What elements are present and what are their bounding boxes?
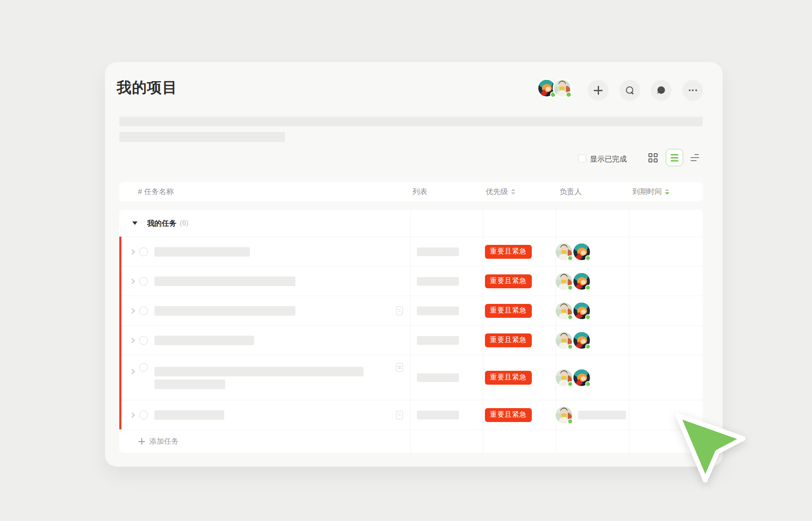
assignee-avatars[interactable] — [555, 369, 591, 387]
online-status-dot — [567, 255, 573, 261]
priority-badge[interactable]: 重要且紧急 — [485, 408, 532, 422]
column-header-task-name[interactable]: # 任务名称 — [138, 182, 174, 201]
list-cell-skeleton — [417, 411, 459, 419]
list-cell-skeleton — [417, 247, 459, 256]
sort-icon[interactable] — [511, 189, 515, 195]
group-label: 我的任务 — [147, 218, 177, 228]
member-avatars[interactable] — [537, 79, 572, 98]
sort-icon-active-desc[interactable] — [665, 189, 669, 195]
group-color-strip — [119, 237, 121, 429]
priority-badge[interactable]: 重要且紧急 — [485, 245, 532, 259]
add-button[interactable] — [588, 80, 609, 101]
column-header-assignee[interactable]: 负责人 — [560, 182, 582, 201]
task-row[interactable]: 重要且紧急 — [119, 266, 703, 296]
user-avatar-baby[interactable] — [555, 243, 573, 261]
user-avatar-baby[interactable] — [555, 302, 573, 320]
add-task-row[interactable]: 添加任务 — [119, 429, 703, 453]
assignee-avatars[interactable] — [555, 272, 591, 290]
user-avatar-anime[interactable] — [573, 272, 591, 290]
online-status-dot — [585, 285, 591, 290]
user-avatar-baby[interactable] — [555, 406, 573, 424]
task-group-header[interactable]: 我的任务 (6) — [119, 210, 703, 237]
note-icon — [396, 363, 403, 372]
task-row[interactable]: 重要且紧急 — [119, 355, 703, 400]
priority-badge[interactable]: 重要且紧急 — [485, 371, 532, 385]
column-header-priority[interactable]: 优先级 — [486, 182, 515, 201]
task-title-skeleton — [154, 379, 225, 389]
board-view-button[interactable] — [644, 149, 661, 166]
complete-task-circle[interactable] — [139, 363, 148, 372]
user-avatar-baby[interactable] — [555, 369, 573, 387]
custom-view-icon — [691, 154, 699, 162]
description-skeleton-bar — [119, 132, 285, 142]
user-avatar-baby[interactable] — [555, 272, 573, 290]
custom-view-button[interactable] — [686, 149, 704, 166]
column-header-due-date[interactable]: 到期时间 — [632, 182, 669, 201]
assignee-avatars[interactable] — [555, 302, 591, 320]
expand-chevron-icon[interactable] — [129, 337, 135, 343]
list-cell-skeleton — [417, 277, 459, 286]
list-view-icon — [671, 154, 678, 162]
chat-button[interactable] — [651, 80, 671, 101]
online-status-dot — [567, 419, 573, 424]
task-title-skeleton — [154, 306, 295, 316]
expand-chevron-icon[interactable] — [129, 278, 135, 284]
list-cell-skeleton — [417, 373, 459, 382]
description-skeleton-bar — [119, 117, 703, 126]
plus-icon — [594, 86, 602, 95]
expand-chevron-icon[interactable] — [129, 369, 135, 375]
group-count: (6) — [180, 219, 189, 228]
search-icon — [625, 86, 634, 95]
add-task-label: 添加任务 — [149, 436, 179, 446]
assignee-avatars[interactable] — [555, 406, 573, 424]
list-view-button-active[interactable] — [666, 149, 683, 166]
complete-task-circle[interactable] — [139, 307, 148, 315]
expand-chevron-icon[interactable] — [129, 249, 135, 254]
board-view-icon — [648, 153, 658, 162]
list-cell-skeleton — [417, 336, 459, 345]
assignee-name-skeleton — [578, 411, 626, 419]
expand-chevron-icon[interactable] — [129, 412, 135, 418]
expand-chevron-icon[interactable] — [129, 308, 135, 313]
task-row[interactable]: 重要且紧急 — [119, 237, 703, 266]
search-button[interactable] — [619, 80, 640, 101]
user-avatar-baby[interactable] — [553, 79, 572, 98]
online-status-dot — [567, 314, 573, 320]
column-header-list[interactable]: 列表 — [413, 182, 427, 201]
online-status-dot — [567, 381, 573, 387]
complete-task-circle[interactable] — [139, 247, 148, 256]
table-header: # 任务名称 列表 优先级 负责人 到期时间 — [119, 182, 703, 201]
task-title-skeleton — [154, 410, 224, 420]
online-status-dot — [566, 92, 572, 98]
priority-badge[interactable]: 重要且紧急 — [485, 304, 532, 318]
project-card: 我的项目 显示已完成 # 任务名称 列表 — [105, 62, 723, 467]
assignee-avatars[interactable] — [555, 243, 591, 261]
complete-task-circle[interactable] — [139, 411, 148, 419]
user-avatar-anime[interactable] — [573, 369, 591, 387]
collapse-triangle-icon[interactable] — [132, 221, 138, 225]
priority-badge[interactable]: 重要且紧急 — [485, 274, 532, 288]
green-cursor-pointer — [668, 404, 768, 495]
online-status-dot — [585, 314, 591, 320]
user-avatar-anime[interactable] — [573, 302, 591, 320]
user-avatar-anime[interactable] — [573, 243, 591, 261]
complete-task-circle[interactable] — [139, 277, 148, 286]
user-avatar-baby[interactable] — [555, 331, 573, 350]
more-button[interactable] — [682, 80, 703, 101]
assignee-avatars[interactable] — [555, 331, 591, 350]
task-row[interactable]: 重要且紧急 — [119, 325, 703, 355]
page-title: 我的项目 — [117, 78, 177, 98]
task-title-skeleton — [154, 367, 363, 376]
online-status-dot — [567, 344, 573, 350]
task-row[interactable]: 重要且紧急 — [119, 296, 703, 325]
task-title-skeleton — [154, 277, 295, 286]
chat-icon — [656, 86, 666, 95]
online-status-dot — [585, 344, 591, 350]
show-completed-checkbox[interactable] — [578, 155, 586, 162]
complete-task-circle[interactable] — [139, 336, 148, 345]
priority-badge[interactable]: 重要且紧急 — [485, 333, 532, 347]
online-status-dot — [567, 285, 573, 290]
task-row[interactable]: 重要且紧急 — [119, 400, 703, 429]
user-avatar-anime[interactable] — [573, 331, 591, 350]
online-status-dot — [585, 381, 591, 387]
